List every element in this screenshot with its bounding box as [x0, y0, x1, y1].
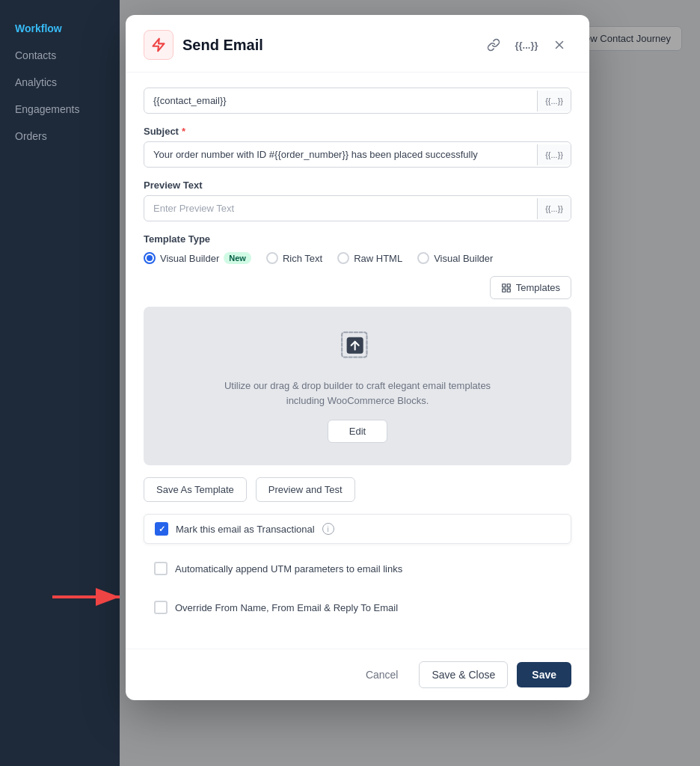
transactional-checkbox-row: Mark this email as Transactional i — [144, 514, 571, 544]
action-row: Save As Template Preview and Test — [144, 477, 571, 502]
radio-rich-text-label: Rich Text — [283, 253, 322, 264]
templates-btn-row: Templates — [144, 276, 571, 299]
save-close-button[interactable]: Save & Close — [419, 661, 508, 688]
utm-checkbox[interactable] — [154, 562, 168, 575]
radio-rich-text-input[interactable] — [266, 252, 278, 264]
edit-button[interactable]: Edit — [328, 420, 387, 443]
transactional-info-icon[interactable]: i — [322, 523, 334, 535]
utm-checkbox-label: Automatically append UTM parameters to e… — [175, 563, 402, 574]
email-merge-btn[interactable]: {{...}} — [537, 91, 571, 111]
new-badge: New — [224, 252, 251, 264]
sidebar-item-workflow[interactable]: Workflow — [0, 15, 120, 42]
template-type-label: Template Type — [144, 233, 571, 245]
svg-rect-6 — [507, 289, 510, 292]
preview-text-merge-btn[interactable]: {{...}} — [537, 198, 571, 219]
utm-checkbox-row: Automatically append UTM parameters to e… — [144, 554, 571, 583]
radio-rich-text[interactable]: Rich Text — [266, 252, 322, 264]
email-input-wrapper: {{...}} — [144, 88, 571, 114]
sidebar: Workflow Contacts Analytics Engagements … — [0, 0, 120, 766]
svg-rect-4 — [507, 284, 510, 287]
radio-raw-html-input[interactable] — [337, 252, 349, 264]
sidebar-item-analytics[interactable]: Analytics — [0, 69, 120, 96]
template-type-radio-group: Visual Builder New Rich Text Raw HTML Vi… — [144, 252, 571, 264]
preview-text-input[interactable] — [144, 196, 537, 221]
templates-icon — [501, 283, 512, 293]
editor-area: Utilize our drag & drop builder to craft… — [144, 307, 571, 465]
svg-rect-5 — [503, 289, 506, 292]
radio-visual-builder[interactable]: Visual Builder New — [144, 252, 251, 264]
radio-visual-builder-label: Visual Builder — [160, 253, 219, 264]
transactional-checkbox[interactable] — [155, 522, 168, 536]
subject-field-group: Subject * {{...}} — [144, 126, 571, 168]
save-button[interactable]: Save — [517, 662, 571, 687]
modal-header-actions: {{...}} — [482, 33, 571, 57]
subject-input[interactable] — [144, 142, 537, 167]
modal-title: Send Email — [182, 37, 473, 54]
send-email-modal: Send Email {{...}} — [126, 15, 589, 700]
subject-label: Subject * — [144, 126, 571, 137]
save-as-template-button[interactable]: Save As Template — [144, 477, 247, 502]
send-email-icon — [144, 30, 174, 60]
override-checkbox-row: Override From Name, From Email & Reply T… — [144, 593, 571, 622]
sidebar-item-orders[interactable]: Orders — [0, 123, 120, 150]
radio-visual-builder-input[interactable] — [144, 252, 156, 264]
subject-merge-btn[interactable]: {{...}} — [537, 144, 571, 165]
radio-visual-builder-2-input[interactable] — [417, 252, 429, 264]
override-checkbox[interactable] — [154, 601, 168, 614]
radio-raw-html[interactable]: Raw HTML — [337, 252, 402, 264]
subject-input-wrapper: {{...}} — [144, 141, 571, 168]
red-arrow-indicator — [45, 582, 135, 615]
sidebar-item-engagements[interactable]: Engagements — [0, 96, 120, 123]
svg-rect-3 — [503, 284, 506, 287]
close-icon[interactable] — [547, 33, 571, 57]
radio-visual-builder-2[interactable]: Visual Builder — [417, 252, 493, 264]
email-input[interactable] — [144, 88, 537, 113]
required-indicator: * — [182, 126, 185, 137]
templates-button[interactable]: Templates — [490, 276, 571, 299]
radio-raw-html-label: Raw HTML — [354, 253, 402, 264]
merge-tags-icon[interactable]: {{...}} — [515, 33, 538, 57]
modal-footer: Cancel Save & Close Save — [126, 649, 589, 700]
override-checkbox-label: Override From Name, From Email & Reply T… — [175, 602, 398, 613]
modal-body: {{...}} Subject * {{...}} Preview Text {… — [126, 73, 589, 649]
email-field-group: {{...}} — [144, 88, 571, 114]
transactional-checkbox-label: Mark this email as Transactional — [176, 524, 315, 535]
template-type-section: Template Type Visual Builder New Rich Te… — [144, 233, 571, 264]
editor-description: Utilize our drag & drop builder to craft… — [208, 379, 507, 408]
drag-drop-icon — [339, 329, 376, 367]
checkbox-section: Mark this email as Transactional i Autom… — [144, 514, 571, 622]
preview-and-test-button[interactable]: Preview and Test — [256, 477, 355, 502]
preview-text-label: Preview Text — [144, 180, 571, 191]
cancel-button[interactable]: Cancel — [354, 662, 411, 687]
preview-text-input-wrapper: {{...}} — [144, 195, 571, 221]
preview-text-field-group: Preview Text {{...}} — [144, 180, 571, 221]
svg-marker-0 — [153, 39, 165, 52]
sidebar-item-contacts[interactable]: Contacts — [0, 42, 120, 69]
modal-header: Send Email {{...}} — [126, 15, 589, 73]
radio-visual-builder-2-label: Visual Builder — [434, 253, 493, 264]
link-icon[interactable] — [482, 33, 506, 57]
